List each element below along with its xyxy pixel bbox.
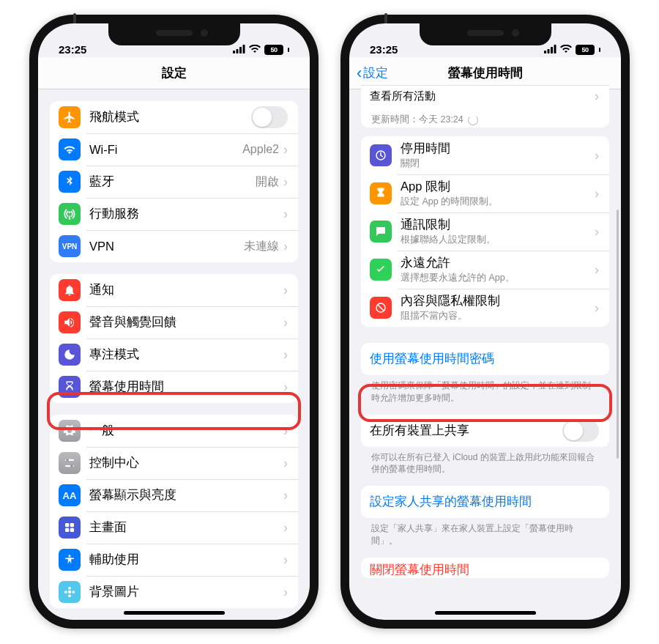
chevron-right-icon: › xyxy=(283,142,288,158)
no-entry-icon xyxy=(370,297,392,319)
bluetooth-icon xyxy=(59,171,81,193)
battery-icon: 50 xyxy=(264,45,283,55)
row-always-allowed[interactable]: 永遠允許選擇想要永遠允許的 App。 › xyxy=(361,251,609,289)
chevron-right-icon: › xyxy=(283,174,288,190)
row-cellular[interactable]: 行動服務 › xyxy=(50,198,298,230)
chevron-left-icon: ‹ xyxy=(357,65,362,81)
home-indicator[interactable] xyxy=(435,611,536,615)
row-applimits[interactable]: App 限制設定 App 的時間限制。 › xyxy=(361,174,609,212)
settings-list[interactable]: 飛航模式 Wi-Fi Apple2 › 藍牙 開啟 › 行動服務 xyxy=(38,89,310,620)
row-accessibility[interactable]: 輔助使用 › xyxy=(50,544,298,576)
gear-icon xyxy=(59,420,81,442)
chevron-right-icon: › xyxy=(283,488,288,503)
svg-point-12 xyxy=(69,555,71,557)
chevron-right-icon: › xyxy=(283,283,288,298)
chevron-right-icon: › xyxy=(283,347,288,363)
accessibility-icon xyxy=(59,549,81,571)
page-title: 設定 xyxy=(162,64,187,81)
row-wallpaper[interactable]: 背景圖片 › xyxy=(50,576,298,608)
hourglass-icon xyxy=(370,182,392,204)
svg-point-5 xyxy=(66,459,69,462)
grid-icon xyxy=(59,517,81,538)
row-airplane[interactable]: 飛航模式 xyxy=(50,101,298,133)
chevron-right-icon: › xyxy=(283,239,288,254)
chevron-right-icon: › xyxy=(283,585,288,600)
flower-icon xyxy=(59,581,81,603)
hourglass-icon xyxy=(59,376,81,398)
share-toggle[interactable] xyxy=(562,420,599,442)
notch xyxy=(108,23,240,45)
svg-point-7 xyxy=(70,465,73,467)
svg-rect-11 xyxy=(70,528,74,532)
svg-line-24 xyxy=(378,305,384,311)
row-vpn[interactable]: VPN VPN 未連線 › xyxy=(50,230,298,262)
svg-point-17 xyxy=(72,591,75,593)
row-display[interactable]: AA 螢幕顯示與亮度 › xyxy=(50,479,298,511)
text-size-icon: AA xyxy=(59,484,81,506)
row-content-privacy[interactable]: 內容與隱私權限制阻擋不當內容。 › xyxy=(361,289,609,327)
row-sounds[interactable]: 聲音與觸覺回饋 › xyxy=(50,306,298,338)
row-general[interactable]: 一般 › xyxy=(50,415,298,447)
svg-rect-19 xyxy=(548,49,550,53)
row-bluetooth[interactable]: 藍牙 開啟 › xyxy=(50,166,298,198)
check-icon xyxy=(370,259,392,281)
screentime-content[interactable]: 查看所有活動 › 更新時間：今天 23:24 停用時間關閉 › App 限制設定… xyxy=(349,85,621,615)
svg-rect-9 xyxy=(70,523,74,527)
row-control-center[interactable]: 控制中心 › xyxy=(50,447,298,479)
update-time: 更新時間：今天 23:24 xyxy=(361,111,609,127)
page-title: 螢幕使用時間 xyxy=(448,64,523,81)
row-use-passcode[interactable]: 使用螢幕使用時間密碼 xyxy=(361,343,609,375)
wifi-icon xyxy=(249,43,261,56)
battery-icon: 50 xyxy=(576,45,595,55)
svg-rect-10 xyxy=(65,528,69,532)
row-turnoff[interactable]: 關閉螢幕使用時間 xyxy=(361,558,609,578)
svg-point-16 xyxy=(64,591,67,593)
antenna-icon xyxy=(59,203,81,225)
chevron-right-icon: › xyxy=(283,423,288,439)
nav-bar: 設定 xyxy=(38,57,310,89)
wifi-icon xyxy=(560,43,572,56)
back-button[interactable]: ‹ 設定 xyxy=(357,64,388,81)
spinner-icon xyxy=(468,115,478,125)
row-wifi[interactable]: Wi-Fi Apple2 › xyxy=(50,133,298,166)
chevron-right-icon: › xyxy=(595,300,599,316)
row-see-all[interactable]: 查看所有活動 › xyxy=(361,86,609,111)
notch xyxy=(420,23,551,45)
bell-icon xyxy=(59,279,81,301)
chevron-right-icon: › xyxy=(595,224,599,240)
row-family[interactable]: 設定家人共享的螢幕使用時間 xyxy=(361,486,609,518)
sliders-icon xyxy=(59,452,81,474)
wifi-icon xyxy=(59,138,81,160)
status-time: 23:25 xyxy=(370,43,398,56)
signal-icon xyxy=(544,43,556,56)
chevron-right-icon: › xyxy=(595,262,599,278)
chevron-right-icon: › xyxy=(283,456,288,471)
home-indicator[interactable] xyxy=(124,611,225,615)
row-comm-limits[interactable]: 通訊限制根據聯絡人設定限制。 › xyxy=(361,212,609,251)
row-downtime[interactable]: 停用時間關閉 › xyxy=(361,136,609,174)
svg-rect-1 xyxy=(237,49,239,53)
vpn-icon: VPN xyxy=(59,235,81,257)
screen: 23:25 50 ‹ 設定 螢幕使用時間 查看所有活動 › 更新時間：今天 xyxy=(349,23,621,620)
scrollbar[interactable] xyxy=(617,210,619,459)
chevron-right-icon: › xyxy=(595,186,599,201)
svg-rect-18 xyxy=(544,51,546,53)
row-homescreen[interactable]: 主畫面 › xyxy=(50,511,298,544)
svg-rect-3 xyxy=(243,45,245,53)
row-notifications[interactable]: 通知 › xyxy=(50,274,298,306)
chevron-right-icon: › xyxy=(283,552,288,568)
phone-right: 23:25 50 ‹ 設定 螢幕使用時間 查看所有活動 › 更新時間：今天 xyxy=(340,15,630,629)
airplane-toggle[interactable] xyxy=(251,106,288,128)
svg-rect-20 xyxy=(551,47,553,53)
row-focus[interactable]: 專注模式 › xyxy=(50,338,298,371)
row-screentime[interactable]: 螢幕使用時間 › xyxy=(50,371,298,403)
chevron-right-icon: › xyxy=(283,520,288,536)
share-footer: 你可以在所有已登入 iCloud 的裝置上啟用此功能來回報合併的螢幕使用時間。 xyxy=(349,447,621,476)
chevron-right-icon: › xyxy=(283,207,288,222)
chat-icon xyxy=(370,221,392,243)
clock-icon xyxy=(370,144,392,166)
chevron-right-icon: › xyxy=(283,380,288,395)
screen: 23:25 50 設定 飛航模式 Wi-Fi Apple2 xyxy=(38,23,310,620)
speaker-icon xyxy=(59,311,81,333)
row-share-devices[interactable]: 在所有裝置上共享 xyxy=(361,415,609,447)
